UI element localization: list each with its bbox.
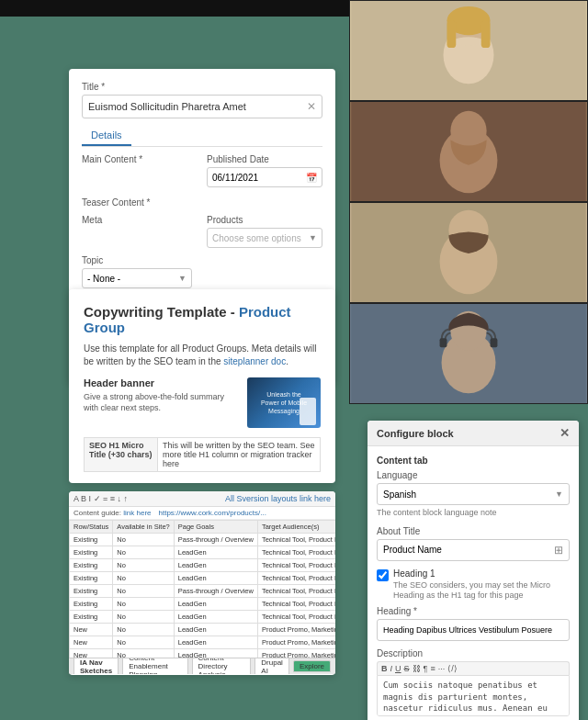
products-label: Products	[207, 215, 322, 225]
template-description: Use this template for all Product Groups…	[84, 343, 321, 368]
template-heading: Copywriting Template - Product Group	[84, 304, 321, 335]
chevron-icon: ▼	[309, 233, 317, 242]
published-date-label: Published Date	[207, 154, 322, 164]
template-panel: Copywriting Template - Product Group Use…	[69, 289, 335, 483]
description-textarea[interactable]	[377, 675, 570, 716]
config-panel: Configure block ✕ Content tab Language S…	[368, 421, 579, 720]
table-cell: No	[113, 559, 174, 572]
ss-url-link[interactable]: https://www.cork.com/products/...	[159, 509, 266, 517]
table-cell: No	[113, 534, 174, 546]
cms-tabs: Details	[82, 126, 322, 147]
clear-icon[interactable]: ✕	[307, 100, 316, 113]
config-header: Configure block ✕	[368, 421, 579, 446]
table-row: ExistingNoLeadGenTechnical Tool, Product…	[70, 611, 336, 624]
table-row: ExistingNoLeadGenTechnical Tool, Product…	[70, 598, 336, 611]
col-page-goals: Page Goals	[174, 521, 257, 534]
table-cell: Existing	[70, 546, 113, 559]
title-label: Title *	[82, 82, 322, 92]
format-icon[interactable]: ¶	[424, 664, 428, 673]
ss-tab-content-enablement[interactable]: Content Enablement Planning	[122, 658, 187, 674]
tab-details[interactable]: Details	[82, 126, 131, 146]
table-row: NewNoLeadGenProduct Promo, Marketing Mgm…	[70, 649, 336, 658]
config-language-label: Language	[377, 470, 570, 480]
about-title-select[interactable]: Product Name ⊞	[377, 539, 570, 561]
table-cell: New	[70, 624, 113, 636]
teaser-content-row: Teaser Content *	[82, 195, 322, 210]
products-placeholder: Choose some options	[212, 233, 301, 243]
main-content-group: Main Content *	[82, 154, 198, 187]
ss-link-1[interactable]: All Sversion layouts link here	[225, 494, 331, 503]
ss-tab-explore[interactable]: Explore	[293, 660, 331, 672]
list-icon[interactable]: ≡	[430, 664, 435, 673]
heading-input[interactable]	[377, 619, 570, 641]
table-cell: Existing	[70, 611, 113, 624]
heading1-row: Heading 1 The SEO considers, you may set…	[377, 568, 570, 602]
more-icon[interactable]: ···	[438, 664, 446, 673]
table-row: ExistingNoLeadGenTechnical Tool, Product…	[70, 572, 336, 585]
source-icon[interactable]: ⟨/⟩	[447, 664, 458, 673]
svg-rect-10	[351, 102, 585, 201]
topic-select[interactable]: - None - ▼	[82, 268, 192, 288]
bold-icon[interactable]: B	[381, 664, 388, 673]
title-input[interactable]: Euismod Sollicitudin Pharetra Amet ✕	[82, 95, 322, 118]
heading-label-text: Heading *	[377, 606, 417, 616]
heading1-checkbox[interactable]	[377, 569, 389, 581]
video-cell-2	[349, 101, 588, 202]
description-label: Description	[377, 648, 570, 658]
svg-rect-20	[351, 304, 585, 403]
table-cell: Existing	[70, 598, 113, 611]
link-icon[interactable]: ⛓	[413, 664, 421, 673]
table-cell: No	[113, 611, 174, 624]
config-language-value: Spanish	[383, 489, 416, 500]
table-cell: Pass-through / Overview	[174, 534, 257, 546]
date-input[interactable]: 06/11/2021 📅	[207, 167, 322, 187]
table-cell: LeadGen	[174, 636, 257, 649]
heading1-label: Heading 1	[393, 568, 570, 579]
table-cell: Technical Tool, Product Promo, Marketing…	[257, 559, 335, 572]
topic-value: - None -	[87, 274, 120, 284]
published-date-group: Published Date 06/11/2021 📅	[207, 154, 322, 187]
video-cell-1	[349, 0, 588, 101]
template-heading-prefix: Copywriting Template -	[84, 304, 239, 320]
table-cell: Product Promo, Marketing Mgmt	[257, 636, 335, 649]
ss-tab-drupal[interactable]: Drupal AI	[254, 658, 289, 674]
svg-rect-6	[351, 1, 585, 100]
desc-text2: .	[286, 356, 288, 366]
table-cell: Existing	[70, 572, 113, 585]
table-cell: No	[113, 624, 174, 636]
table-cell: Technical Tool, Product Promo, Marketing…	[257, 611, 335, 624]
config-lang-chevron: ▼	[555, 489, 563, 499]
description-row: Description B I U S ⛓ ¶ ≡ ··· ⟨/⟩ About …	[377, 648, 570, 720]
table-cell: LeadGen	[174, 598, 257, 611]
table-cell: No	[113, 546, 174, 559]
close-button[interactable]: ✕	[560, 426, 570, 440]
teaser-label: Teaser Content *	[82, 195, 151, 208]
config-title: Configure block	[377, 428, 454, 439]
ss-tab-content-dir[interactable]: Content Directory Analysis	[192, 658, 252, 674]
products-select[interactable]: Choose some options ▼	[207, 228, 322, 248]
heading1-hint: The SEO considers, you may set the Micro…	[393, 580, 570, 602]
table-cell: Existing	[70, 534, 113, 546]
italic-icon[interactable]: I	[390, 664, 393, 673]
underline-icon[interactable]: U	[395, 664, 401, 673]
video-cell-3	[349, 202, 588, 303]
table-cell: New	[70, 636, 113, 649]
config-language-select[interactable]: Spanish ▼	[377, 483, 570, 505]
table-row: ExistingNoLeadGenTechnical Tool, Product…	[70, 546, 336, 559]
table-row: ExistingNoLeadGenTechnical Tool, Product…	[70, 559, 336, 572]
calendar-icon[interactable]: 📅	[306, 173, 317, 183]
config-language-row: Language Spanish ▼ The content block lan…	[377, 470, 570, 519]
meta-products-row: Meta Products Choose some options ▼	[82, 215, 322, 248]
banner-line3: Messaging	[261, 407, 307, 415]
banner-image: Unleash the Power of Mobile Messaging	[247, 377, 321, 428]
about-title-value: Product Name	[383, 545, 442, 555]
about-title-row: About Title Product Name ⊞	[377, 526, 570, 561]
banner-heading: Header banner	[84, 377, 240, 388]
siteplanner-link[interactable]: siteplanner doc	[223, 356, 286, 366]
strike-icon[interactable]: S	[404, 664, 410, 673]
col-row-status: Row/Status	[70, 521, 113, 534]
ss-grid[interactable]: Row/Status Available in Site? Page Goals…	[69, 520, 335, 658]
ss-tab-ia[interactable]: IA Nav Sketches	[74, 658, 119, 674]
table-cell: Technical Tool, Product Promo, Marketing…	[257, 546, 335, 559]
table-cell: No	[113, 636, 174, 649]
